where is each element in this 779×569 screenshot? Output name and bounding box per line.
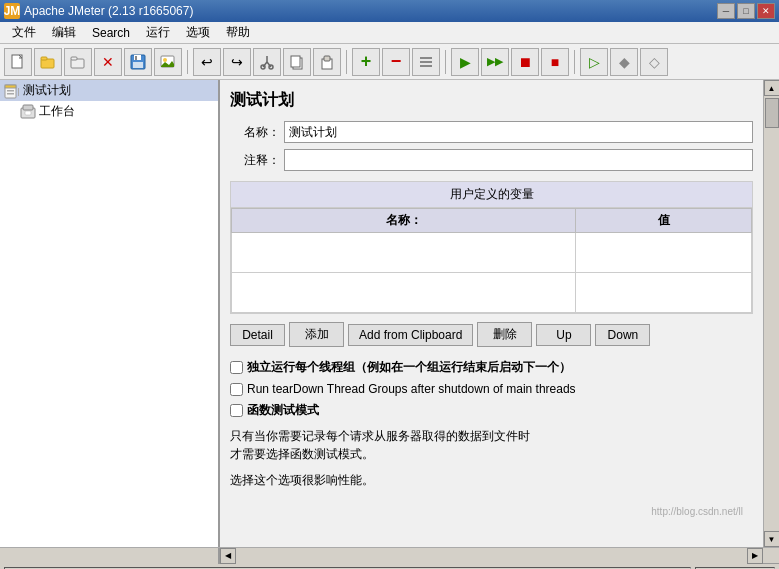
- description-text: 只有当你需要记录每个请求从服务器取得的数据到文件时 才需要选择函数测试模式。 选…: [230, 427, 753, 489]
- maximize-button[interactable]: □: [737, 3, 755, 19]
- vars-cell-name2: [232, 273, 576, 313]
- testplan-icon: [4, 83, 20, 99]
- tree-item-testplan[interactable]: 测试计划: [0, 80, 218, 101]
- svg-rect-19: [324, 56, 330, 61]
- svg-rect-27: [18, 88, 19, 96]
- comment-input[interactable]: [284, 149, 753, 171]
- option-checkbox-3[interactable]: [230, 404, 243, 417]
- name-row: 名称：: [230, 121, 753, 143]
- col-name: 名称：: [232, 209, 576, 233]
- vars-cell-value2: [576, 273, 752, 313]
- content-panel: 测试计划 名称： 注释： 用户定义的变量 名称： 值: [220, 80, 763, 547]
- workbench-label: 工作台: [39, 103, 75, 120]
- add-toolbar-button[interactable]: +: [352, 48, 380, 76]
- menu-help[interactable]: 帮助: [218, 22, 258, 43]
- add-button[interactable]: 添加: [289, 322, 344, 347]
- option-label-2: Run tearDown Thread Groups after shutdow…: [247, 382, 576, 396]
- status-bar: [0, 563, 779, 569]
- window-title: Apache JMeter (2.13 r1665067): [24, 4, 193, 18]
- toolbar: ✕ ↩ ↪ + − ▶ ▶▶ ⏹ ■ ▷ ◆ ◇: [0, 44, 779, 80]
- save-button[interactable]: [124, 48, 152, 76]
- app-icon: JM: [4, 3, 20, 19]
- scroll-thumb[interactable]: [765, 98, 779, 128]
- menu-run[interactable]: 运行: [138, 22, 178, 43]
- tree-panel: 测试计划 工作台: [0, 80, 220, 547]
- option-label-3: 函数测试模式: [247, 402, 319, 419]
- svg-rect-25: [7, 90, 14, 92]
- close-button[interactable]: ✕: [757, 3, 775, 19]
- option-checkbox-1[interactable]: [230, 361, 243, 374]
- minimize-button[interactable]: ─: [717, 3, 735, 19]
- desc-line2: 才需要选择函数测试模式。: [230, 445, 753, 463]
- vars-empty-row: [232, 233, 752, 273]
- add-clipboard-button[interactable]: Add from Clipboard: [348, 324, 473, 346]
- col-value: 值: [576, 209, 752, 233]
- comment-label: 注释：: [230, 152, 280, 169]
- sep4: [574, 50, 575, 74]
- workbench-icon: [20, 104, 36, 120]
- hscroll-area: ◀ ▶: [0, 547, 779, 563]
- desc-line1: 只有当你需要记录每个请求从服务器取得的数据到文件时: [230, 427, 753, 445]
- vars-empty-row2: [232, 273, 752, 313]
- name-input[interactable]: [284, 121, 753, 143]
- hscroll-right-button[interactable]: ▶: [747, 548, 763, 564]
- comment-row: 注释：: [230, 149, 753, 171]
- save-image-button[interactable]: [154, 48, 182, 76]
- option-checkbox-2[interactable]: [230, 383, 243, 396]
- option-row-1: 独立运行每个线程组（例如在一个组运行结束后启动下一个）: [230, 359, 753, 376]
- option-row-3: 函数测试模式: [230, 402, 753, 419]
- copy-button[interactable]: [283, 48, 311, 76]
- close-file-button[interactable]: ✕: [94, 48, 122, 76]
- watermark: http://blog.csdn.net/ll: [651, 506, 743, 517]
- run-button[interactable]: ▶: [451, 48, 479, 76]
- menu-search[interactable]: Search: [84, 24, 138, 42]
- svg-rect-26: [7, 93, 14, 95]
- remote-stop-button[interactable]: ◆: [610, 48, 638, 76]
- vars-cell-value: [576, 233, 752, 273]
- cut-button[interactable]: [253, 48, 281, 76]
- clear-button[interactable]: [412, 48, 440, 76]
- shutdown-button[interactable]: ■: [541, 48, 569, 76]
- scroll-track: [764, 96, 780, 531]
- up-button[interactable]: Up: [536, 324, 591, 346]
- main-area: 测试计划 工作台 测试计划 名称： 注释：: [0, 80, 779, 547]
- desc-spacer: [230, 463, 753, 471]
- scroll-down-button[interactable]: ▼: [764, 531, 780, 547]
- hscroll-track: [236, 548, 747, 564]
- remote-run-button[interactable]: ▷: [580, 48, 608, 76]
- detail-button[interactable]: Detail: [230, 324, 285, 346]
- option-row-2: Run tearDown Thread Groups after shutdow…: [230, 382, 753, 396]
- menu-options[interactable]: 选项: [178, 22, 218, 43]
- svg-rect-24: [5, 85, 16, 88]
- content-with-scroll: 测试计划 名称： 注释： 用户定义的变量 名称： 值: [220, 80, 779, 547]
- title-bar-left: JM Apache JMeter (2.13 r1665067): [4, 3, 193, 19]
- panel-title: 测试计划: [230, 90, 753, 111]
- svg-rect-2: [41, 57, 47, 60]
- btn-row: Detail 添加 Add from Clipboard 删除 Up Down: [230, 322, 753, 347]
- remove-toolbar-button[interactable]: −: [382, 48, 410, 76]
- new-button[interactable]: [4, 48, 32, 76]
- title-bar-controls: ─ □ ✕: [717, 3, 775, 19]
- open-templates-button[interactable]: [34, 48, 62, 76]
- vars-title: 用户定义的变量: [231, 182, 752, 208]
- paste-button[interactable]: [313, 48, 341, 76]
- sep3: [445, 50, 446, 74]
- delete-button[interactable]: 删除: [477, 322, 532, 347]
- options-section: 独立运行每个线程组（例如在一个组运行结束后启动下一个） Run tearDown…: [230, 359, 753, 419]
- svg-rect-17: [291, 56, 300, 67]
- tree-item-workbench[interactable]: 工作台: [0, 101, 218, 122]
- stop-button[interactable]: ⏹: [511, 48, 539, 76]
- scroll-up-button[interactable]: ▲: [764, 80, 780, 96]
- sep1: [187, 50, 188, 74]
- open-button[interactable]: [64, 48, 92, 76]
- redo-button[interactable]: ↪: [223, 48, 251, 76]
- menu-edit[interactable]: 编辑: [44, 22, 84, 43]
- tree-hscroll: [0, 548, 220, 564]
- hscroll-left-button[interactable]: ◀: [220, 548, 236, 564]
- option-label-1: 独立运行每个线程组（例如在一个组运行结束后启动下一个）: [247, 359, 571, 376]
- menu-file[interactable]: 文件: [4, 22, 44, 43]
- undo-button[interactable]: ↩: [193, 48, 221, 76]
- run-all-button[interactable]: ▶▶: [481, 48, 509, 76]
- remote-clear-button[interactable]: ◇: [640, 48, 668, 76]
- down-button[interactable]: Down: [595, 324, 650, 346]
